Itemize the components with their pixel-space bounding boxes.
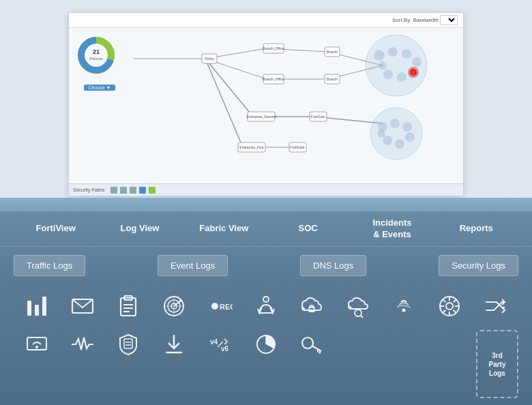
svg-line-8 [205,59,253,117]
svg-text:Branch: Branch [327,77,338,81]
svg-line-6 [205,48,267,59]
nav-item-fortiview[interactable]: FortiView [14,217,98,240]
hazard-icon[interactable] [250,290,282,322]
svg-point-30 [402,49,411,59]
nav-item-logview[interactable]: Log View [98,217,181,240]
choose-button[interactable]: Choose ▼ [84,85,115,91]
svg-line-88 [454,299,456,302]
sort-label: Sort By: Bandwidth [392,17,439,23]
settings-circle-icon[interactable] [433,290,466,322]
svg-text:Policies: Policies [90,57,103,61]
log-buttons-row: Traffic Logs Event Logs DNS Logs Securit… [0,247,532,282]
bars-chart-icon[interactable] [20,290,53,322]
download-icon[interactable] [158,328,190,361]
svg-rect-17 [202,54,217,63]
svg-text:Branch_Office: Branch_Office [263,77,284,81]
svg-point-39 [378,122,387,132]
nav-item-soc[interactable]: SOC [266,217,350,240]
security-logs-button[interactable]: Security Logs [439,255,518,276]
shuffle-icon[interactable] [479,290,512,322]
svg-point-38 [370,108,422,160]
cloud-scan-icon[interactable] [342,290,374,322]
svg-point-29 [388,47,398,57]
svg-point-70 [211,303,218,310]
svg-line-14 [328,52,383,65]
svg-line-86 [443,299,445,302]
svg-point-27 [366,35,427,96]
donut-svg: 21 Policies [76,35,117,76]
wireless-board-icon[interactable] [20,328,53,361]
svg-text:REC: REC [220,303,233,311]
svg-rect-52 [289,142,306,152]
mockup-inner: Sort By: Bandwidth 21 Policies [69,13,463,196]
record-icon[interactable]: REC [204,290,237,322]
svg-point-40 [390,119,400,128]
envelope-icon[interactable] [66,290,99,322]
third-party-logs-area: 3rd Party Logs [476,330,518,398]
svg-point-45 [377,130,385,138]
nav-item-reports[interactable]: Reports [434,217,518,240]
nav-item-fabricview[interactable]: Fabric View [182,217,266,240]
third-party-logs-box[interactable]: 3rd Party Logs [476,330,518,398]
mockup-header: Sort By: Bandwidth [69,13,463,28]
svg-text:Branch_Office: Branch_Office [263,46,284,50]
mockup-bottom-bar: Security Fabric [69,183,463,196]
mini-icon-3 [130,187,136,194]
security-fabric-label: Security Fabric [73,188,105,192]
svg-line-104 [312,346,321,351]
screenshot-area: Sort By: Bandwidth 21 Policies [0,0,532,198]
shield-clipboard-icon[interactable] [112,328,145,361]
traffic-logs-button[interactable]: Traffic Logs [14,255,85,276]
cloud-lock-icon[interactable] [295,290,328,322]
wireless-icon[interactable] [387,290,420,322]
event-logs-button[interactable]: Event Logs [158,255,228,276]
svg-line-89 [443,310,445,313]
svg-line-9 [205,59,243,147]
svg-rect-93 [124,339,132,348]
svg-rect-50 [310,112,327,121]
nav-item-incidents[interactable]: Incidents & Events [350,212,434,246]
clipboard-icon[interactable] [112,290,145,322]
svg-rect-21 [263,74,284,84]
bottom-panel: FortiView Log View Fabric View SOC Incid… [0,198,532,405]
icons-grid: REC [0,282,532,363]
svg-point-91 [35,346,38,348]
pulse-icon[interactable] [66,328,99,361]
pie-chart-icon[interactable] [250,328,282,361]
svg-rect-55 [35,305,39,316]
svg-rect-56 [42,297,46,316]
mini-icon-5 [149,187,156,194]
radar-icon[interactable] [158,290,190,322]
third-party-label: 3rd Party Logs [488,351,505,378]
svg-rect-46 [325,47,340,57]
svg-text:Enterprise_First: Enterprise_First [239,145,264,149]
svg-rect-25 [238,142,265,152]
svg-text:Enterprise_Second: Enterprise_Second [247,115,276,119]
mockup-frame: Sort By: Bandwidth 21 Policies [68,12,464,196]
shelf-top [0,198,532,211]
svg-text:!: ! [413,71,414,75]
svg-text:21: 21 [93,48,100,55]
svg-line-10 [267,48,328,52]
sort-dropdown[interactable] [440,15,458,25]
svg-point-72 [263,297,269,302]
svg-point-81 [446,303,453,310]
svg-point-36 [410,69,417,76]
mini-icon-1 [110,187,117,194]
svg-point-28 [374,50,385,61]
svg-rect-19 [263,44,284,53]
mini-icon-2 [120,187,127,194]
svg-point-32 [408,67,419,78]
svg-line-77 [361,316,363,318]
svg-rect-48 [325,74,340,84]
svg-line-15 [328,65,383,79]
svg-point-41 [402,122,412,132]
svg-point-31 [412,57,422,67]
svg-text:FortiGate: FortiGate [291,145,305,149]
version-switch-icon[interactable]: v4 v6 [204,328,237,361]
dns-logs-button[interactable]: DNS Logs [300,255,366,276]
svg-point-34 [383,70,393,79]
mockup-content: 21 Policies Choose ▼ [69,28,463,196]
key-icon[interactable] [295,328,328,361]
svg-text:Branch: Branch [327,50,338,54]
